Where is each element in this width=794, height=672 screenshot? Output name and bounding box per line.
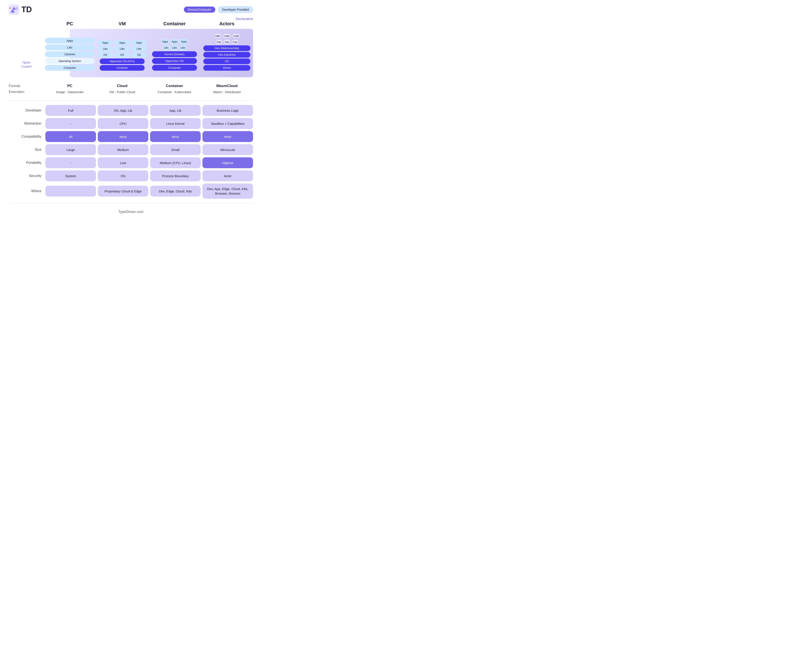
label-security: Security	[9, 174, 44, 178]
cell-abs-pc: -	[45, 118, 96, 129]
logo: TD	[9, 4, 32, 15]
format-execution-section: Format: PC Cloud Container WasmCloud Exe…	[9, 84, 253, 94]
comp-row-abstraction: Abstraction - CPU Linux Kernel Sandbox +…	[9, 118, 253, 129]
label-developer: Developer	[9, 109, 44, 112]
exec-pc: Image : Datacenter	[44, 90, 96, 94]
cell-dev-pc: Full	[45, 105, 96, 116]
actors-cap-group: Cap Cap Cap	[202, 39, 252, 45]
pc-apps: Apps	[45, 38, 95, 44]
actors-stack: Logic Logic Logic Cap Cap Cap Host (WebA…	[201, 33, 253, 71]
exec-cloud: VM : Public Cloud	[96, 90, 149, 94]
col-header-container: Container	[149, 21, 201, 27]
vm-computer: Computer	[100, 65, 144, 71]
vm-col3: Apps Libs OS	[131, 40, 147, 58]
cont-computer: Computer	[152, 65, 197, 71]
cell-size-cloud: Medium	[98, 144, 149, 155]
column-headers: PC VM Container Actors	[9, 21, 253, 27]
label-where: Where	[9, 189, 44, 193]
label-compatibility: Compatibility	[9, 134, 44, 139]
vm-top-group: Apps Libs OS Apps Libs OS Apps Libs OS	[97, 40, 147, 58]
cont-apps-3: Apps	[180, 39, 188, 44]
header: TD Device/Computer Developer Provided	[9, 4, 253, 15]
act-host-wasm: Host (WebAssembly)	[203, 45, 251, 51]
cont-kernel: Kernel (Docker)	[152, 51, 197, 57]
execution-label: Execution:	[9, 90, 44, 94]
act-libs: Libs (Libraries)	[203, 52, 251, 58]
cont-hypervisor: Hypervisor OS	[152, 58, 197, 64]
divider	[9, 100, 253, 101]
comp-row-security: Security System OS Process Boundary Acto…	[9, 170, 253, 181]
cell-abs-wasm: Sandbox + Capabilities	[203, 118, 253, 129]
comparison-table: Developer Full OS, App, Lib App, Lib Bus…	[9, 105, 253, 199]
cell-dev-container: App, Lib	[150, 105, 201, 116]
vm-libs-3: Libs	[131, 46, 147, 51]
tightly-coupled-label: TightlyCoupled	[9, 61, 44, 71]
actors-logic-group: Logic Logic Logic	[202, 33, 252, 38]
vm-os-3: OS	[131, 52, 147, 58]
act-logic-2: Logic	[222, 33, 231, 38]
comp-row-developer: Developer Full OS, App, Lib App, Lib Bus…	[9, 105, 253, 116]
cell-sec-container: Process Boundary	[150, 170, 201, 181]
declarative-label: Declarative	[9, 17, 253, 21]
execution-row: Execution: Image : Datacenter VM : Publi…	[9, 90, 253, 94]
cell-port-wasm: Highest	[203, 157, 253, 168]
cell-where-pc	[45, 186, 96, 197]
cell-port-pc: -	[45, 157, 96, 168]
cell-sec-pc: System	[45, 170, 96, 181]
cell-sec-wasm: Actor	[203, 170, 253, 181]
vm-apps-2: Apps	[114, 40, 130, 45]
footer-text: TypeDriven.com	[118, 210, 144, 214]
vm-libs-2: Libs	[114, 46, 130, 51]
footer: TypeDriven.com	[9, 210, 253, 214]
cell-where-wasm: Dev, App, Edge, Cloud, K8s,Browser, Devi…	[203, 184, 253, 199]
vm-libs-1: Libs	[97, 46, 113, 51]
col-header-actors: Actors	[201, 21, 253, 27]
cell-dev-cloud: OS, App, Lib	[98, 105, 149, 116]
exec-wasm: Wasm : Distributed	[201, 90, 253, 94]
diagram-area: TightlyCoupled Apps Libs Libraries Opera…	[9, 29, 253, 77]
svg-rect-3	[10, 7, 11, 9]
cell-sec-cloud: OS	[98, 170, 149, 181]
format-pc: PC	[44, 84, 96, 88]
vm-hypervisor: Hypervisor OS (CPU)	[100, 58, 144, 64]
comp-row-portability: Portability - Low Medium (CPU, Linux) Hi…	[9, 157, 253, 168]
act-logic-1: Logic	[213, 33, 222, 38]
act-cap-2: Cap	[223, 39, 230, 45]
container-libs-group: Libs Libs Libs	[150, 45, 200, 50]
container-stack: Apps Apps Apps Libs Libs Libs Kernel (Do…	[149, 39, 201, 71]
cell-abs-container: Linux Kernel	[150, 118, 201, 129]
cont-apps-2: Apps	[170, 39, 179, 44]
footer-divider	[9, 203, 253, 203]
pc-stack: Apps Libs Libraries Operating System Com…	[44, 38, 96, 71]
format-label: Format:	[9, 84, 44, 88]
logo-text: TD	[21, 5, 32, 14]
vm-col1: Apps Libs OS	[97, 40, 113, 58]
cell-dev-wasm: Business Logic	[203, 105, 253, 116]
pc-libraries: Libraries	[45, 51, 95, 57]
cell-port-container: Medium (CPU, Linux)	[150, 157, 201, 168]
exec-container: Container : Kubernetes	[149, 90, 201, 94]
legend-developer: Developer Provided	[218, 6, 253, 13]
cont-libs-2: Libs	[171, 45, 178, 50]
cont-libs-3: Libs	[179, 45, 187, 50]
vm-stack: Apps Libs OS Apps Libs OS Apps Libs OS H…	[96, 40, 149, 71]
container-top-group: Apps Apps Apps	[150, 39, 200, 44]
cell-where-cloud: Proprietary Cloud & Edge	[98, 186, 149, 197]
cell-where-container: Dev, Edge, Cloud, K8s	[150, 186, 201, 197]
cell-compat-pc: All	[45, 131, 96, 142]
vm-os-1: OS	[97, 52, 113, 58]
act-cap-3: Cap	[231, 39, 239, 45]
td-logo-icon	[9, 4, 19, 15]
cell-size-wasm: Minuscule	[203, 144, 253, 155]
label-portability: Portability	[9, 161, 44, 165]
act-logic-3: Logic	[232, 33, 241, 38]
legend-device: Device/Computer	[184, 6, 215, 13]
cell-compat-wasm: Most	[203, 131, 253, 142]
format-container: Container	[149, 84, 201, 88]
cell-size-container: Small	[150, 144, 201, 155]
format-row: Format: PC Cloud Container WasmCloud	[9, 84, 253, 88]
pc-computer: Computer	[45, 65, 95, 71]
label-abstraction: Abstraction	[9, 122, 44, 125]
comp-row-compatibility: Compatibility All Most Most Most	[9, 131, 253, 142]
col-header-vm: VM	[96, 21, 149, 27]
